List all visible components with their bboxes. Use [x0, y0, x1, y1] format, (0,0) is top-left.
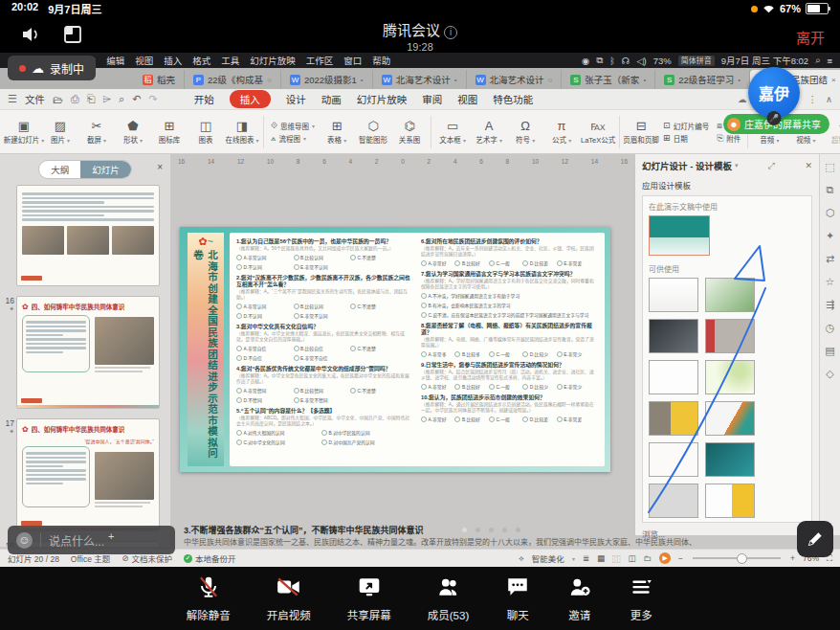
- template-thumbnail[interactable]: [705, 401, 755, 436]
- panel-tab-幻灯片[interactable]: 幻灯片: [80, 161, 131, 178]
- template-thumbnail[interactable]: [705, 319, 755, 353]
- popout-panel-icon[interactable]: ⤢: [768, 161, 775, 171]
- slide-thumbnail[interactable]: ✿四、如何铸牢中华民族共同体意识“促进中国人，‘五个意识’共同体。”: [16, 418, 160, 531]
- properties-pane-icon[interactable]: ⬚: [825, 162, 834, 172]
- template-thumbnail[interactable]: [705, 442, 755, 477]
- ribbon-tab-插入[interactable]: 插入: [230, 90, 271, 108]
- ribbon-tab-动画[interactable]: 动画: [321, 92, 342, 106]
- template-thumbnail[interactable]: [649, 484, 698, 518]
- slide-thumbnail[interactable]: ✿四、如何铸牢中华民族共同体意识: [16, 296, 160, 409]
- mic-off-button[interactable]: 解除静音: [187, 574, 231, 622]
- relation-chart-button[interactable]: ⌬关系图: [391, 119, 428, 145]
- animation-pane-icon[interactable]: ☆: [826, 277, 835, 287]
- ribbon-tab-幻灯片放映[interactable]: 幻灯片放映: [357, 92, 408, 106]
- shapes-pane-icon[interactable]: ⧉: [827, 185, 834, 195]
- attachment-button[interactable]: ⎘附件: [717, 133, 741, 144]
- date-button[interactable]: ⊞日期: [663, 133, 709, 144]
- panel-caret-icon[interactable]: ▾: [735, 162, 739, 169]
- redo-icon[interactable]: ↷: [148, 93, 157, 105]
- main-menu-icon[interactable]: ☰: [8, 93, 17, 105]
- display-mirror-icon[interactable]: ⧉: [596, 55, 603, 66]
- table-button[interactable]: ⊞表格 ▾: [319, 119, 355, 145]
- menu-帮助[interactable]: 帮助: [372, 54, 390, 67]
- participant-avatar[interactable]: 嘉伊 🎤: [748, 67, 800, 119]
- control-center-icon[interactable]: ≡: [827, 56, 832, 66]
- wifi-menu-icon[interactable]: ☊: [622, 56, 630, 66]
- grid-view-icon[interactable]: ⿲: [612, 552, 621, 564]
- template-thumbnail[interactable]: [649, 319, 698, 353]
- menu-窗口[interactable]: 窗口: [343, 54, 362, 67]
- document-tab[interactable]: P22级《构成基○: [185, 70, 281, 89]
- shapes-button[interactable]: ⬟形状 ▾: [115, 119, 151, 145]
- emoji-icon[interactable]: ☺: [16, 532, 33, 549]
- zoom-slider[interactable]: [693, 557, 781, 559]
- ribbon-tab-视图[interactable]: 视图: [457, 92, 477, 106]
- comment-pane-icon[interactable]: ◇: [826, 369, 833, 379]
- template-thumbnail[interactable]: [705, 484, 755, 518]
- beautify-button[interactable]: 智能美化: [532, 552, 564, 564]
- folder-view-icon[interactable]: 🗀: [644, 553, 652, 563]
- template-thumbnail[interactable]: [649, 278, 698, 312]
- leave-meeting-button[interactable]: 离开: [796, 27, 825, 47]
- template-thumbnail[interactable]: [705, 278, 755, 312]
- browse-templates-link[interactable]: 浏览...: [642, 528, 812, 539]
- more-button[interactable]: 更多: [629, 574, 653, 622]
- panel-tab-大纲[interactable]: 大纲: [39, 161, 80, 178]
- icon-library-button[interactable]: ⊞图标库: [151, 119, 188, 145]
- collapse-ribbon-icon[interactable]: ∧: [826, 94, 832, 104]
- share-screen-button[interactable]: 共享屏幕: [347, 574, 391, 622]
- beautify-caret-icon[interactable]: ▾: [572, 555, 575, 562]
- close-panel-icon[interactable]: ×: [157, 162, 163, 172]
- chat-button[interactable]: 聊天: [505, 574, 530, 622]
- output-icon[interactable]: ⎗: [87, 93, 96, 105]
- annotation-pen-button[interactable]: [797, 521, 833, 557]
- volume-icon[interactable]: ◁): [636, 56, 646, 66]
- slide-number-button[interactable]: ⊡幻灯片编号: [663, 121, 709, 131]
- file-menu[interactable]: 文件: [25, 92, 45, 106]
- template-thumbnail[interactable]: [649, 360, 698, 394]
- chat-input-placeholder[interactable]: 说点什么...: [49, 532, 104, 549]
- input-method-badge[interactable]: 简体拼音: [678, 56, 715, 66]
- spotlight-icon[interactable]: ⌕: [815, 55, 820, 66]
- zoom-out-button[interactable]: −: [678, 553, 683, 563]
- ribbon-tab-设计[interactable]: 设计: [286, 92, 306, 106]
- document-tab[interactable]: W北海艺术设计○: [467, 70, 563, 89]
- menu-工具[interactable]: 工具: [221, 54, 239, 67]
- undo-icon[interactable]: ↶: [132, 93, 141, 105]
- close-tab-icon[interactable]: ×: [831, 76, 836, 84]
- meeting-info-icon[interactable]: i: [444, 26, 457, 39]
- history-pane-icon[interactable]: ◷: [826, 323, 835, 333]
- flow-chart-button[interactable]: ⟑流程图▾: [271, 133, 315, 144]
- selection-pane-icon[interactable]: ⇄: [826, 254, 834, 264]
- transition-pane-icon[interactable]: ⇶: [826, 300, 834, 310]
- document-tab[interactable]: S张子玉（新家•: [562, 70, 655, 89]
- bluetooth-icon[interactable]: ᛒ: [609, 56, 615, 66]
- template-thumbnail[interactable]: [649, 442, 698, 477]
- cam-off-button[interactable]: 开启视频: [267, 574, 311, 622]
- smart-graphic-button[interactable]: ⬡智能图形: [355, 119, 391, 145]
- members-button[interactable]: 成员(53): [428, 574, 469, 622]
- word-art-button[interactable]: A艺术字 ▾: [471, 119, 507, 145]
- formula-button[interactable]: π公式 ▾: [543, 119, 580, 145]
- normal-view-icon[interactable]: ≣: [583, 553, 589, 563]
- menu-视图[interactable]: 视图: [135, 54, 153, 67]
- slideshow-play-button[interactable]: ▶: [659, 552, 671, 564]
- slide-sorter-icon[interactable]: ▦: [597, 553, 605, 563]
- invite-button[interactable]: 邀请: [566, 574, 592, 622]
- zoom-slider-knob[interactable]: [737, 553, 747, 564]
- zoom-in-button[interactable]: +: [790, 553, 795, 563]
- symbol-button[interactable]: Ω符号 ▾: [507, 119, 543, 145]
- chart-button[interactable]: ◫图表: [188, 119, 224, 145]
- menu-幻灯片放映[interactable]: 幻灯片放映: [250, 54, 296, 67]
- mind-map-button[interactable]: ⟐思维导图▾: [271, 121, 315, 131]
- slide-thumbnail[interactable]: [16, 185, 160, 286]
- current-slide-canvas[interactable]: ✿~ 北海市创建全国民族团结进步示范市模拟问卷 1.您认为自己既是56个民族中的…: [180, 227, 610, 472]
- menu-编辑[interactable]: 编辑: [106, 54, 124, 67]
- ribbon-tab-审阅[interactable]: 审阅: [422, 92, 442, 106]
- fill-pane-icon[interactable]: ⬡: [826, 208, 835, 218]
- print-icon[interactable]: ⌲: [103, 93, 112, 105]
- document-tab[interactable]: 稻稻壳: [134, 70, 185, 89]
- screenshot-button[interactable]: ✂截屏 ▾: [78, 119, 115, 145]
- template-thumbnail[interactable]: [705, 360, 755, 394]
- preview-icon[interactable]: ⌕: [119, 93, 124, 105]
